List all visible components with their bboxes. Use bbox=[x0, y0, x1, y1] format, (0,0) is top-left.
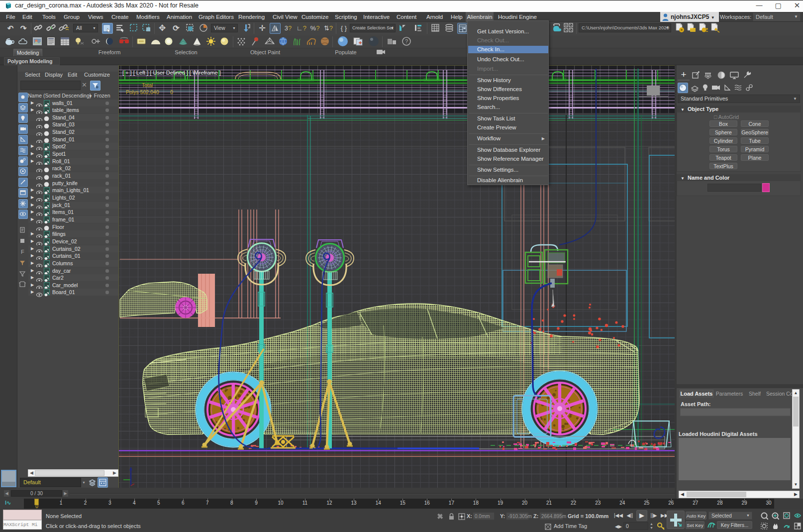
svg-text:?: ? bbox=[405, 38, 408, 44]
svg-text:F: F bbox=[21, 249, 24, 255]
